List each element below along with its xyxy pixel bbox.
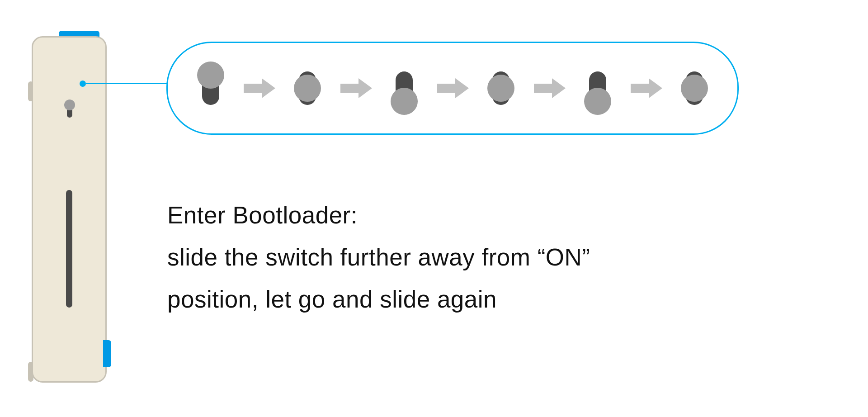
instruction-line-2: slide the switch further away from “ON”	[167, 237, 590, 279]
switch-knob	[584, 88, 611, 115]
switch-step	[679, 63, 709, 113]
callout-connector-line	[86, 83, 167, 84]
device-side-view	[27, 27, 108, 389]
svg-marker-0	[244, 78, 275, 98]
switch-step	[196, 63, 226, 113]
arrow-right-icon	[531, 77, 567, 100]
switch-knob	[391, 88, 418, 115]
arrow-right-icon	[628, 77, 664, 100]
switch-step	[486, 63, 516, 113]
arrow-right-icon	[241, 77, 277, 100]
instruction-line-3: position, let go and slide again	[167, 279, 590, 321]
callout-anchor-dot	[80, 81, 86, 87]
switch-knob	[294, 75, 321, 102]
arrow-right-icon	[338, 77, 374, 100]
arrow-right-icon	[434, 77, 471, 100]
switch-knob	[681, 75, 708, 102]
switch-knob	[197, 62, 224, 89]
svg-marker-3	[534, 78, 566, 98]
switch-step	[583, 63, 613, 113]
device-switch-knob	[64, 100, 75, 110]
svg-marker-1	[340, 78, 372, 98]
device-side-button	[103, 340, 111, 367]
device-slot	[66, 190, 72, 308]
switch-knob	[487, 75, 514, 102]
svg-marker-2	[437, 78, 469, 98]
switch-step	[389, 63, 419, 113]
instruction-text: Enter Bootloader: slide the switch furth…	[167, 194, 590, 320]
switch-step	[292, 63, 322, 113]
instruction-line-1: Enter Bootloader:	[167, 194, 590, 237]
svg-marker-4	[631, 78, 662, 98]
switch-sequence-callout	[166, 42, 739, 135]
